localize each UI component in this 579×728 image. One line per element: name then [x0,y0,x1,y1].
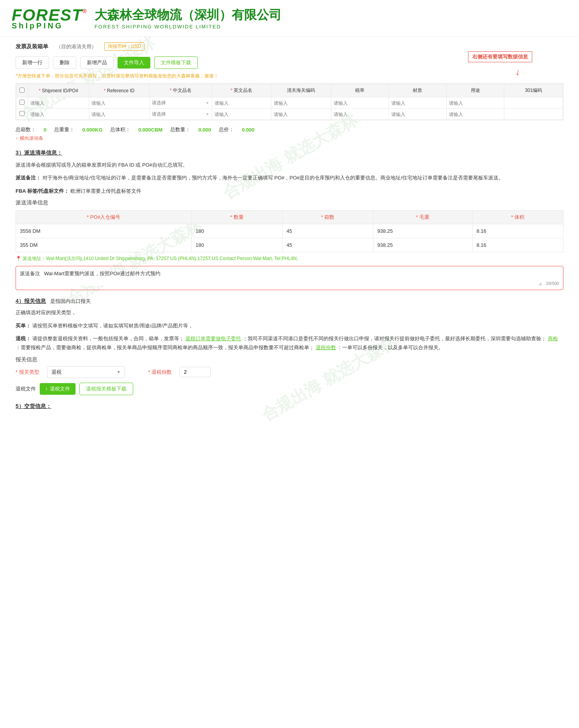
location-info: 📍 派送地址：Wal-Mart(沃尔玛),1410 United Dr Ship… [16,255,563,262]
section4-link1[interactable]: 退税订单需要做电子委托 [185,336,241,341]
input-cn-name-2[interactable] [152,111,206,117]
input-usage[interactable] [449,100,502,106]
company-name-zh: 大森林全球物流（深圳）有限公司 [95,7,282,24]
cell-reference-id-2 [89,109,150,120]
input-en-name[interactable] [215,100,269,106]
content-wrap: 发票及装箱单 （目的港清关用） 询报币种：USD 新增一行 删除 新增产品 文件… [16,42,563,410]
dispatch-cell-weight-1: 938.25 [373,224,472,238]
remarks-box: 派送备注 Wal-Mart需要预约派送，按照PO#通过邮件方式预约 28/500 [16,266,563,290]
dispatch-cell-po-1: 3558 DM [16,224,192,238]
input-customs-code-2[interactable] [274,112,329,117]
row-checkbox[interactable] [19,100,25,105]
upload-button[interactable]: ↑ 退税文件 [40,383,76,395]
section3-desc3-text: 欧洲订单需要上传托盘标签文件 [70,188,141,194]
input-301-code-2[interactable] [507,112,560,117]
cell-en-name-2 [212,109,271,120]
input-material-2[interactable] [391,112,444,117]
section3-block: 3）派送清单信息： 派送清单会根据填写或导入的箱单发票对应的 FBA ID 或 … [16,149,563,290]
arrow-up-icon: ↑ [16,136,18,141]
delete-button[interactable]: 删除 [53,56,76,69]
dispatch-cell-volume-2: 8.16 [472,238,563,252]
section4-link3[interactable]: 退税份数 [316,345,336,350]
form-type-select-wrapper: 退税 ▼ [47,366,125,378]
section3-desc2-label: 派送备注： [16,175,41,181]
invoice-subtitle: （目的港清关用） [56,43,97,50]
row-checkbox-cell [16,97,28,109]
dispatch-cell-boxes-1: 45 [282,224,373,238]
cell-shipment-id [28,97,89,109]
section4-desc2: 买单： 请按照买单资料模板中文填写，请如实填写材质/用途/品牌/产品图片等， [16,321,563,330]
input-shipment-id[interactable] [30,100,86,106]
section4-desc3-label: 退税： [16,336,31,341]
dropdown-icon-2: ▼ [206,112,209,116]
main-content: 合规出海 就选大森林 合规出海 就选大森林 合规出海 就选大森林 合规出海 就选… [0,37,579,424]
remarks-textarea[interactable]: Wal-Mart需要预约派送，按照PO#通过邮件方式预约 [44,270,542,286]
input-shipment-id-2[interactable] [30,112,86,117]
dispatch-row-1: 3558 DM 180 45 938.25 8.16 [16,224,563,238]
cell-301-code-2 [504,109,563,120]
location-pin-icon: 📍 [16,256,21,261]
total-price-val: 0.000 [242,127,255,133]
dispatch-cell-qty-1: 180 [192,224,282,238]
upload-arrow-icon: ↑ [45,386,48,392]
cell-customs-code-2 [271,109,331,120]
section5-title: 5）交货信息： [16,403,51,409]
cell-material-2 [389,109,446,120]
dropdown-chevron-icon: ▼ [117,370,121,374]
import-file-button[interactable]: 文件导入 [118,57,150,69]
form-type-label: * 报关类型 [16,369,39,376]
total-volume-label: 总体积： [110,126,130,133]
cell-usage [447,97,504,109]
select-all-checkbox[interactable] [19,88,25,93]
input-customs-code[interactable] [274,100,329,106]
total-weight-val: 0.000KG [82,127,102,133]
template-download-button[interactable]: 退税报关模板下载 [79,383,133,395]
dropdown-icon: ▼ [206,101,209,105]
scroll-hint-text: 横向滚动条 [20,135,43,142]
customs-form-type-row: * 报关类型 退税 ▼ * 退税份数 [16,366,563,378]
col-customs-code: 清关海关编码 [271,84,331,97]
section4-title: 4）报关信息 [16,298,46,304]
cell-tax-rate [331,97,389,109]
section4-desc1: 正确填选对应的报关类型， [16,308,563,317]
form-refund-input-wrapper [180,367,211,377]
cell-301-code [504,97,563,109]
section3-desc2: 派送备注： 对于海外仓/商业地址/住宅地址的订单，是需要备注是否需要预约，预约方… [16,173,563,182]
input-usage-2[interactable] [449,112,502,117]
input-reference-id[interactable] [92,100,147,106]
section3-title: 3）派送清单信息： [16,149,62,156]
add-product-button[interactable]: 新增产品 [80,56,114,69]
col-cn-name: * 中文品名 [149,84,212,97]
row-checkbox-2[interactable] [19,111,25,116]
input-en-name-2[interactable] [215,112,269,117]
input-tax-rate-2[interactable] [334,112,386,117]
info-note-container: *方便您快速下单，部分信息可先不填写，出货时请完整填写资料模板发给您的大森林客服… [16,73,563,79]
input-tax-rate[interactable] [334,100,386,106]
section4-title-line: 4）报关信息 是指国内出口报关 [16,298,563,305]
section4-block: 4）报关信息 是指国内出口报关 正确填选对应的报关类型， 买单： 请按照买单资料… [16,298,563,395]
cell-reference-id [89,97,150,109]
dispatch-label: 派送清单信息 [16,199,563,206]
input-material[interactable] [391,100,444,106]
dispatch-cell-boxes-2: 45 [282,238,373,252]
table-row: ▼ [16,109,563,120]
input-reference-id-2[interactable] [92,112,147,117]
invoice-title: 发票及装箱单 [16,43,48,50]
section4-link2[interactable]: 商检 [548,336,558,341]
download-template-button[interactable]: 文件模板下载 [154,56,198,69]
section4-subtitle: 是指国内出口报关 [50,298,91,304]
add-row-button[interactable]: 新增一行 [16,56,49,69]
upload-row: 退税文件 ↑ 退税文件 退税报关模板下载 [16,383,563,395]
input-301-code[interactable] [507,100,560,106]
scroll-hint: ↑ 横向滚动条 [16,135,563,142]
cell-customs-code [271,97,331,109]
input-cn-name[interactable] [152,100,206,106]
header: FOREST ® ShIpPING 大森林全球物流（深圳）有限公司 FOREST… [0,0,579,37]
form-refund-input[interactable] [184,369,199,375]
dispatch-col-po: * PO#入仓编号 [16,211,192,224]
total-quantity-val: 0.000 [198,127,211,133]
upload-btn-text: 退税文件 [50,385,70,392]
cell-shipment-id-2 [28,109,89,120]
right-note-wrapper: 右侧还有要填写数据信息 ↓ [468,51,532,73]
section3-title-line: 3）派送清单信息： [16,149,563,157]
